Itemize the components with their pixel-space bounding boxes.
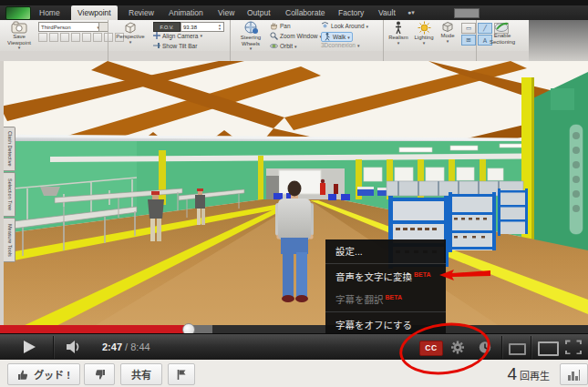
beta-badge: BETA	[414, 271, 431, 278]
stats-bars-icon	[568, 369, 580, 381]
small-player-size-button[interactable]	[509, 343, 526, 355]
perspective-cube-icon	[123, 21, 138, 34]
youtube-embed-page: Home Viewpoint Review Animation View Out…	[0, 0, 588, 387]
ribbon-tab-home: Home	[33, 5, 67, 20]
side-tab-selection-tree: Selection Tree	[4, 172, 15, 217]
pan-button: Pan	[270, 22, 291, 30]
dislike-button[interactable]	[84, 363, 115, 385]
fov-value-field: 93.38▲▼	[181, 22, 224, 32]
orbit-icon	[270, 42, 278, 50]
realism-button: Realism▾	[387, 21, 410, 46]
progress-played	[0, 325, 188, 333]
save-viewpoint-button: Save Viewpoint▾	[2, 21, 36, 51]
video-progress-bar[interactable]	[0, 325, 588, 333]
tilt-bar-icon	[153, 42, 160, 49]
share-button[interactable]: 共有	[120, 363, 162, 385]
thumbs-up-icon	[17, 369, 29, 381]
video-frame-3d-scene[interactable]	[0, 61, 588, 333]
player-control-bar: 2:47 / 8:44 CC	[0, 333, 588, 360]
side-tab-measure-tools: Measure Tools	[4, 218, 15, 262]
mode-cube-icon	[441, 21, 454, 33]
captions-menu: 設定... 音声を文字に変換BETA 字幕を翻訳BETA 字幕をオフにする	[325, 239, 446, 333]
ribbon-tab-collaborate: Collaborate	[279, 5, 331, 20]
ribbon-tab-output: Output	[241, 5, 277, 20]
play-button[interactable]	[24, 341, 36, 353]
fov-field-label: F.O.V.	[153, 22, 181, 32]
render-box-mode-icon: ▭	[461, 23, 476, 34]
large-player-size-button[interactable]	[538, 341, 559, 356]
zoom-window-button: Zoom Window▾	[270, 32, 322, 40]
like-button[interactable]: グッド !	[7, 363, 80, 385]
fullscreen-button[interactable]	[565, 340, 583, 354]
walk-person-icon	[324, 33, 331, 41]
ribbon-tab-review: Review	[122, 5, 160, 20]
ribbon-tab-vault: Vault	[372, 5, 402, 20]
watch-later-clock-icon[interactable]	[476, 340, 494, 354]
settings-gear-icon[interactable]	[449, 340, 467, 354]
align-camera-button: Align Camera▾	[153, 32, 202, 39]
window-titlebar-fragment	[454, 8, 480, 18]
navisworks-logo-icon	[5, 6, 31, 20]
perspective-button: Perspective▾	[113, 21, 148, 45]
menu-item-turn-off-captions[interactable]: 字幕をオフにする	[325, 313, 446, 333]
show-tilt-bar-button: Show Tilt Bar	[153, 42, 197, 49]
mode-button: Mode▾	[438, 21, 458, 44]
beta-badge: BETA	[386, 294, 403, 300]
enable-sectioning-button: Enable Sectioning	[481, 21, 523, 45]
steering-wheel-icon	[243, 21, 259, 35]
flag-icon	[177, 369, 187, 381]
time-display: 2:47 / 8:44	[102, 334, 150, 360]
menu-item-transcribe-audio[interactable]: 音声を文字に変換BETA	[325, 265, 446, 288]
flag-button[interactable]	[168, 363, 195, 385]
sun-icon	[418, 21, 431, 35]
ribbon-tab-viewpoint: Viewpoint	[71, 5, 118, 20]
pan-hand-icon	[270, 22, 278, 30]
menu-item-translate-captions: 字幕を翻訳BETA	[325, 288, 446, 311]
infocenter-icon: ●▾	[407, 9, 415, 16]
ribbon-body: Save Viewpoint▾ ThirdPerson▾ Perspective…	[0, 20, 529, 51]
steering-wheels-button: Steering Wheels▾	[235, 21, 266, 52]
orbit-button: Orbit▾	[270, 42, 297, 50]
look-around-button: Look Around▾	[321, 22, 368, 30]
magnifier-icon	[270, 32, 278, 40]
realism-person-icon	[394, 21, 403, 35]
ribbon-tab-view: View	[211, 5, 241, 20]
look-around-icon	[321, 22, 329, 30]
captions-cc-button[interactable]: CC	[419, 341, 443, 356]
ribbon-tab-factory: Factory	[332, 5, 370, 20]
camera-icon	[11, 21, 27, 34]
volume-button[interactable]	[66, 340, 84, 354]
align-camera-icon	[153, 32, 160, 39]
stats-button[interactable]	[560, 363, 588, 385]
render-surfaces-icon: ⊞	[461, 35, 476, 46]
video-page-action-bar: グッド ! 共有 4回再生	[0, 360, 588, 387]
thumbs-down-icon	[94, 369, 106, 381]
view-count: 4回再生	[507, 360, 550, 387]
section-plane-icon	[494, 21, 511, 33]
navigation-bar-overlay	[570, 125, 583, 234]
ribbon-tab-bar: Home Viewpoint Review Animation View Out…	[0, 5, 588, 20]
side-tab-clash-detective: Clash Detective	[4, 127, 15, 171]
avatar-select-combo: ThirdPerson▾	[38, 22, 102, 32]
desktop-area-beside-window	[529, 20, 588, 61]
walk-button-active: Walk▾	[321, 32, 353, 42]
viewpoint-playback-buttons	[38, 33, 124, 42]
threedconnexion-button-disabled: 3Dconnexion▾	[321, 42, 359, 48]
menu-item-settings[interactable]: 設定...	[325, 239, 446, 262]
lighting-button: Lighting▾	[412, 21, 436, 46]
ribbon-tab-animation: Animation	[162, 5, 210, 20]
